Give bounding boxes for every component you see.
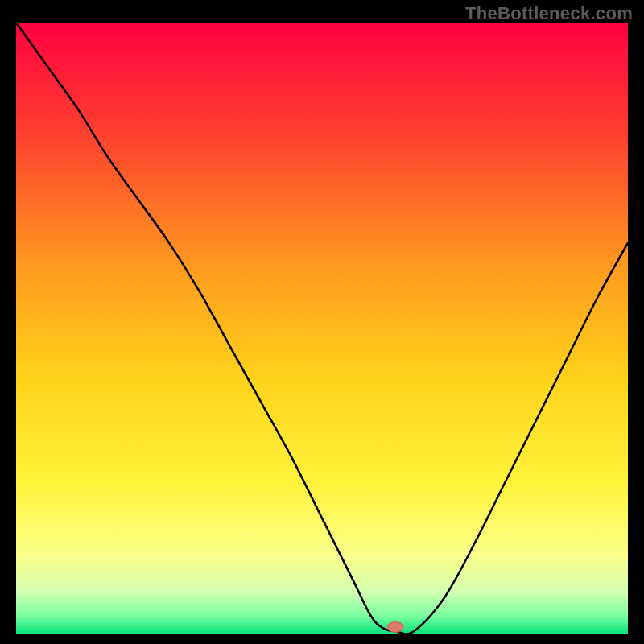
- watermark-text: TheBottleneck.com: [465, 3, 633, 24]
- chart-container: TheBottleneck.com: [0, 0, 644, 644]
- current-config-marker: [387, 621, 403, 632]
- plot-background: [16, 23, 628, 634]
- bottleneck-chart: [16, 23, 628, 634]
